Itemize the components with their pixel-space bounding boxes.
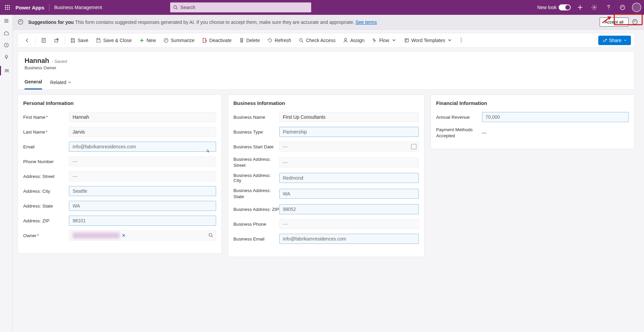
home-icon[interactable] xyxy=(3,30,10,36)
svg-point-23 xyxy=(345,38,347,40)
svg-rect-5 xyxy=(9,7,10,8)
last-name-field[interactable]: Jarvis xyxy=(69,127,216,137)
last-name-label: Last Name* xyxy=(23,130,69,135)
save-close-label: Save & Close xyxy=(103,38,132,43)
svg-rect-4 xyxy=(7,7,8,8)
lookup-search-icon[interactable] xyxy=(208,233,213,238)
svg-point-11 xyxy=(594,7,595,8)
svg-rect-0 xyxy=(5,5,6,6)
plus-icon[interactable] xyxy=(575,3,585,12)
svg-point-22 xyxy=(299,39,302,41)
first-name-label: First Name* xyxy=(23,115,69,120)
chevron-down-icon xyxy=(447,38,452,43)
phone-field[interactable]: --- xyxy=(69,156,216,167)
global-search-input[interactable]: Search xyxy=(170,2,311,12)
delete-button[interactable]: Delete xyxy=(236,36,263,45)
revenue-label: Annual Revenue xyxy=(436,115,482,120)
svg-point-28 xyxy=(209,233,212,236)
biz-type-field[interactable]: Partnership xyxy=(279,127,419,137)
svg-point-27 xyxy=(461,41,461,42)
biz-phone-field[interactable]: --- xyxy=(279,219,419,229)
share-button[interactable]: Share xyxy=(598,36,631,45)
save-label: Save xyxy=(78,38,88,43)
accept-all-button[interactable]: Accept all xyxy=(600,17,629,27)
app-name: Power Apps xyxy=(15,5,44,10)
gear-icon[interactable] xyxy=(590,3,599,12)
street-label: Address: Street xyxy=(23,174,69,179)
pin-icon[interactable] xyxy=(3,54,10,61)
revenue-field[interactable]: 70,000 xyxy=(482,112,629,122)
toggle-on-icon[interactable] xyxy=(559,4,571,10)
financial-heading: Financial Information xyxy=(436,100,629,106)
copilot-side-icon[interactable] xyxy=(632,19,639,26)
biz-start-field[interactable]: --- xyxy=(279,142,419,152)
city-field[interactable]: Seattle xyxy=(69,186,216,196)
hamburger-icon[interactable] xyxy=(3,17,10,24)
first-name-field[interactable]: Hannah xyxy=(69,112,216,122)
command-bar: Save Save & Close New Summarize Deactiva… xyxy=(17,33,635,48)
assign-label: Assign xyxy=(350,38,364,43)
new-button[interactable]: New xyxy=(136,36,159,45)
state-field[interactable]: WA xyxy=(69,201,216,211)
word-templates-button[interactable]: Word Templates xyxy=(401,36,456,45)
biz-name-field[interactable]: First Up Consultants xyxy=(279,112,419,122)
word-templates-label: Word Templates xyxy=(411,38,445,43)
phone-label: Phone Number xyxy=(23,159,69,164)
open-new-window-button[interactable] xyxy=(50,36,63,45)
deactivate-button[interactable]: Deactivate xyxy=(199,36,235,45)
business-info-section: Business Information Business Name First… xyxy=(228,95,425,257)
save-close-button[interactable]: Save & Close xyxy=(92,36,135,45)
back-button[interactable] xyxy=(21,36,33,45)
biz-email-field[interactable]: info@fabrikamresidences.com xyxy=(279,234,419,244)
summarize-button[interactable]: Summarize xyxy=(160,36,198,45)
financial-info-section: Financial Information Annual Revenue 70,… xyxy=(431,95,635,149)
user-avatar[interactable] xyxy=(632,3,641,12)
app-separator xyxy=(49,4,49,11)
remove-owner-icon[interactable]: ✕ xyxy=(122,233,126,238)
chevron-down-icon xyxy=(391,38,397,43)
svg-rect-21 xyxy=(203,38,206,42)
new-look-toggle[interactable]: New look xyxy=(537,4,571,10)
share-label: Share xyxy=(609,38,621,43)
svg-point-12 xyxy=(620,5,625,10)
payment-value[interactable]: --- xyxy=(482,130,629,136)
summarize-label: Summarize xyxy=(171,38,195,43)
flow-button[interactable]: Flow xyxy=(368,36,400,45)
biz-email-label: Business Email xyxy=(234,236,279,242)
street-field[interactable]: --- xyxy=(69,171,216,181)
people-icon[interactable] xyxy=(3,67,10,74)
app-launcher-icon[interactable] xyxy=(3,3,12,12)
assign-button[interactable]: Assign xyxy=(339,36,368,45)
suggestions-heading: Suggestions for you xyxy=(28,20,74,25)
see-terms-link[interactable]: See terms xyxy=(355,20,377,25)
owner-lookup-field[interactable]: ✕ xyxy=(69,230,216,241)
tab-related[interactable]: Related xyxy=(50,76,72,89)
form-selector-button[interactable] xyxy=(38,36,50,45)
calendar-icon[interactable] xyxy=(411,144,416,149)
check-access-button[interactable]: Check Access xyxy=(295,36,339,45)
more-commands-button[interactable] xyxy=(456,35,466,46)
suggestions-bar: Suggestions for you This form contains s… xyxy=(13,15,644,30)
biz-state-field[interactable]: WA xyxy=(279,189,419,199)
biz-street-field[interactable]: --- xyxy=(279,157,419,168)
copilot-icon[interactable] xyxy=(618,3,627,12)
tab-general[interactable]: General xyxy=(25,76,42,89)
svg-point-14 xyxy=(5,69,6,71)
biz-zip-field[interactable]: 98052 xyxy=(279,204,419,214)
refresh-button[interactable]: Refresh xyxy=(264,36,294,45)
svg-point-26 xyxy=(461,39,461,40)
svg-point-16 xyxy=(18,20,23,24)
check-access-label: Check Access xyxy=(306,38,335,43)
biz-street-label: Business Address: Street xyxy=(234,156,279,168)
save-button[interactable]: Save xyxy=(67,36,92,45)
email-field[interactable]: info@fabrikamresidences.com xyxy=(69,142,216,152)
deactivate-label: Deactivate xyxy=(209,38,232,43)
biz-name-label: Business Name xyxy=(234,115,279,120)
biz-city-field[interactable]: Redmond xyxy=(279,173,419,183)
svg-point-15 xyxy=(7,69,8,71)
help-icon[interactable] xyxy=(604,3,613,12)
zip-field[interactable]: 98101 xyxy=(69,216,216,226)
svg-rect-3 xyxy=(5,7,6,8)
clock-icon[interactable] xyxy=(3,42,10,48)
record-header: Hannah - Saved Business Owner General Re… xyxy=(17,51,635,90)
